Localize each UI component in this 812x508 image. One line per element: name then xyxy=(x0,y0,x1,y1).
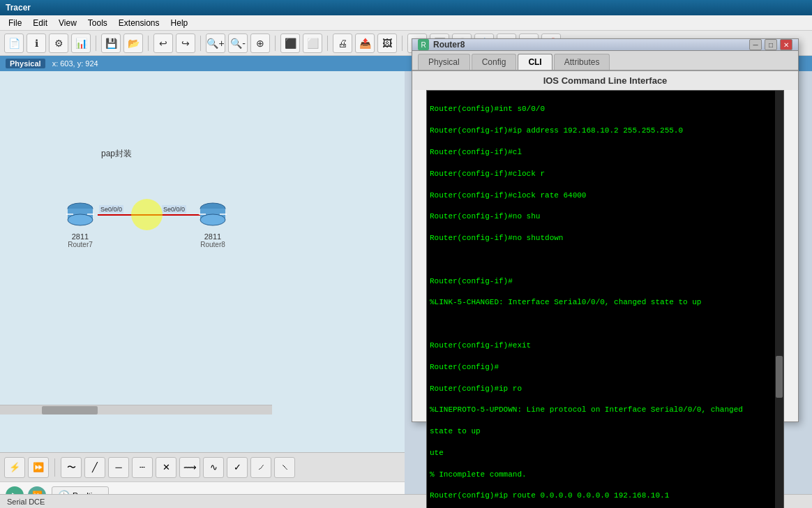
toolbar-chart[interactable]: 📊 xyxy=(71,33,91,53)
toolbar-separator-5 xyxy=(327,36,328,51)
tool-slash2[interactable]: ⟍ xyxy=(274,457,295,478)
dialog-title-left: R Router8 xyxy=(418,39,465,50)
toolbar-zoom-out[interactable]: 🔍- xyxy=(228,33,248,53)
terminal-line-7: Router(config-if)#no shutdown xyxy=(430,233,781,244)
menu-bar: File Edit View Tools Extensions Help xyxy=(0,15,812,31)
dialog-titlebar: R Router8 ─ □ ✕ xyxy=(412,39,798,51)
dialog-controls: ─ □ ✕ xyxy=(749,39,792,50)
tool-check[interactable]: ✓ xyxy=(227,457,248,478)
tool-dotted[interactable]: ┄ xyxy=(132,457,153,478)
svg-point-7 xyxy=(200,214,225,225)
toolbar-redo[interactable]: ↪ xyxy=(176,33,195,53)
router7-name: Router7 xyxy=(63,241,98,248)
terminal-line-13: Router(config)# xyxy=(430,362,781,373)
svg-point-2 xyxy=(68,214,93,225)
canvas-hscrollbar-thumb[interactable] xyxy=(42,406,98,414)
terminal-area[interactable]: Router(config)#int s0/0/0 Router(config-… xyxy=(426,90,784,508)
terminal-line-17: ute xyxy=(430,448,781,458)
terminal-scrollbar[interactable] xyxy=(775,91,783,508)
toolbar-separator-1 xyxy=(96,36,96,51)
canvas-hscrollbar[interactable] xyxy=(0,405,272,414)
dialog-title: Router8 xyxy=(433,40,465,50)
terminal-line-4: Router(config-if)#clock r xyxy=(430,169,781,179)
router8-group[interactable]: 2811 Router8 xyxy=(195,200,230,248)
menu-help[interactable]: Help xyxy=(165,18,194,28)
canvas-area: pap封装 Se0/0/0 Se0/0/0 2811 Router7 2811 … xyxy=(0,71,405,452)
toolbar-info[interactable]: ℹ xyxy=(27,33,46,53)
terminal-line-14: Router(config)#ip ro xyxy=(430,384,781,394)
pap-label: pap封装 xyxy=(101,148,132,160)
toolbar-save[interactable]: 💾 xyxy=(101,33,121,53)
toolbar-separator-6 xyxy=(402,36,403,51)
tool-curve[interactable]: ⟿ xyxy=(179,457,200,478)
toolbar-separator-4 xyxy=(275,36,276,51)
terminal-line-5: Router(config-if)#clock rate 64000 xyxy=(430,190,781,201)
terminal-line-1: Router(config)#int s0/0/0 xyxy=(430,104,781,114)
toolbar-undo[interactable]: ↩ xyxy=(153,33,173,53)
toolbar-circle[interactable]: ⬜ xyxy=(303,33,322,53)
mode-label: Physical xyxy=(6,59,45,68)
terminal-line-10: %LINK-5-CHANGED: Interface Serial0/0/0, … xyxy=(430,297,781,308)
tab-cli[interactable]: CLI xyxy=(518,54,552,70)
toolbar-zoom-fit[interactable]: ⊕ xyxy=(250,33,270,53)
terminal-line-19: Router(config)#ip route 0.0.0.0 0.0.0.0 … xyxy=(430,491,781,501)
toolbar-export[interactable]: 📤 xyxy=(355,33,375,53)
router7-group[interactable]: 2811 Router7 xyxy=(63,200,98,248)
router-dialog-icon: R xyxy=(418,39,429,50)
terminal-line-2: Router(config-if)#ip address 192.168.10.… xyxy=(430,126,781,136)
toolbar-new[interactable]: 📄 xyxy=(4,33,24,53)
toolbar-config[interactable]: ⚙ xyxy=(49,33,68,53)
dialog-close-button[interactable]: ✕ xyxy=(780,39,792,50)
router8-model: 2811 xyxy=(195,232,230,241)
router7-interface: Se0/0/0 xyxy=(99,205,123,214)
terminal-scrollbar-thumb[interactable] xyxy=(776,356,783,398)
mode-coords: x: 603, y: 924 xyxy=(52,59,98,68)
router8-dialog: R Router8 ─ □ ✕ Physical Config CLI Attr… xyxy=(412,38,799,422)
terminal-line-8 xyxy=(430,255,781,265)
tool-fast-forward[interactable]: ⏩ xyxy=(28,457,49,478)
toolbar-print[interactable]: 🖨 xyxy=(333,33,352,53)
tool-line[interactable]: ╱ xyxy=(84,457,105,478)
terminal-line-15: %LINEPROTO-5-UPDOWN: Line protocol on In… xyxy=(430,405,781,415)
menu-edit[interactable]: Edit xyxy=(27,18,53,28)
tool-slash1[interactable]: ⟋ xyxy=(250,457,271,478)
terminal-line-9: Router(config-if)# xyxy=(430,276,781,287)
menu-extensions[interactable]: Extensions xyxy=(113,18,165,28)
tool-dash[interactable]: ─ xyxy=(108,457,129,478)
tool-cross[interactable]: ✕ xyxy=(156,457,176,478)
bottom-toolbar: ⚡ ⏩ 〜 ╱ ─ ┄ ✕ ⟿ ∿ ✓ ⟋ ⟍ xyxy=(0,452,405,481)
dialog-maximize-button[interactable]: □ xyxy=(765,39,777,50)
tool-lightning[interactable]: ⚡ xyxy=(4,457,25,478)
toolbar-zoom-in[interactable]: 🔍+ xyxy=(206,33,225,53)
tool-wave1[interactable]: 〜 xyxy=(61,457,82,478)
terminal-wrapper: Router(config)#int s0/0/0 Router(config-… xyxy=(419,90,791,508)
title-bar: Tracer xyxy=(0,0,812,15)
app-title: Tracer xyxy=(6,3,31,13)
menu-file[interactable]: File xyxy=(3,18,27,28)
tool-zigzag[interactable]: ∿ xyxy=(203,457,224,478)
tab-attributes[interactable]: Attributes xyxy=(554,54,610,70)
toolbar-image[interactable]: 🖼 xyxy=(377,33,397,53)
terminal-content: Router(config)#int s0/0/0 Router(config-… xyxy=(430,94,781,508)
router8-icon xyxy=(195,200,230,228)
menu-tools[interactable]: Tools xyxy=(82,18,113,28)
router-connection xyxy=(98,214,206,216)
tab-physical[interactable]: Physical xyxy=(418,54,470,70)
terminal-line-6: Router(config-if)#no shu xyxy=(430,211,781,222)
tool-sep xyxy=(54,458,55,477)
cli-title: IOS Command Line Interface xyxy=(412,71,798,90)
terminal-line-11 xyxy=(430,319,781,329)
terminal-line-18: % Incomplete command. xyxy=(430,470,781,480)
router7-icon xyxy=(63,200,98,228)
terminal-line-3: Router(config-if)#cl xyxy=(430,147,781,158)
router8-interface: Se0/0/0 xyxy=(162,205,186,214)
toolbar-rect[interactable]: ⬛ xyxy=(280,33,300,53)
toolbar-separator-3 xyxy=(200,36,201,51)
terminal-line-16: state to up xyxy=(430,426,781,437)
tab-config[interactable]: Config xyxy=(472,54,517,70)
menu-view[interactable]: View xyxy=(53,18,82,28)
dialog-minimize-button[interactable]: ─ xyxy=(749,39,762,50)
toolbar-open[interactable]: 📂 xyxy=(123,33,143,53)
toolbar-separator-2 xyxy=(148,36,149,51)
dialog-tabs: Physical Config CLI Attributes xyxy=(412,51,798,71)
